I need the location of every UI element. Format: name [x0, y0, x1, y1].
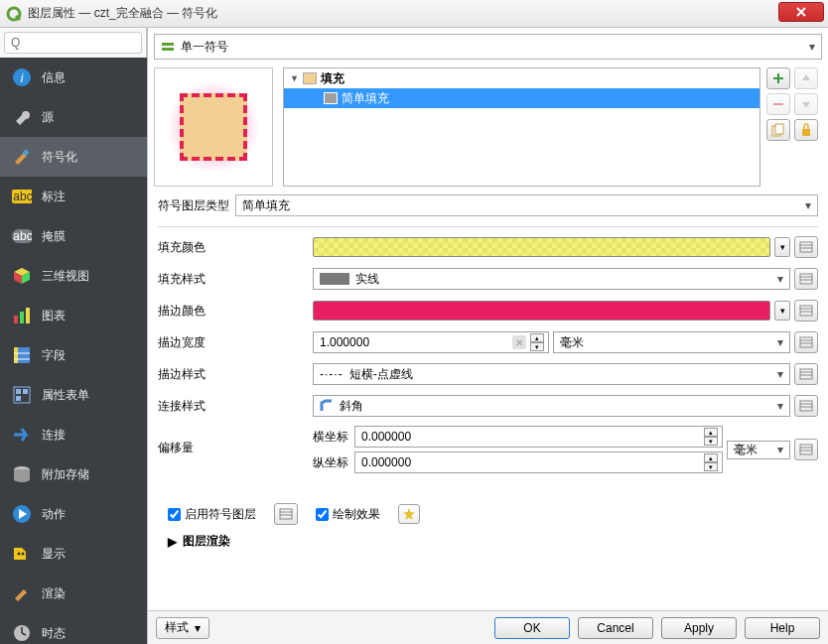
offset-y-input[interactable]: 0.000000 ▴▾ [354, 451, 723, 473]
symbol-layer-tree[interactable]: ▼ 填充 简单填充 [283, 67, 760, 187]
cube-icon [12, 266, 32, 286]
tree-expand-icon[interactable]: ▼ [290, 73, 299, 83]
sidebar-item-label: 渲染 [42, 585, 66, 602]
clear-icon[interactable]: ✕ [512, 335, 526, 349]
spin-down[interactable]: ▾ [704, 437, 718, 446]
chevron-down-icon: ▾ [777, 335, 783, 349]
sidebar-item-symbology[interactable]: 符号化 [0, 137, 147, 177]
up-icon [801, 73, 811, 83]
svg-rect-48 [800, 445, 812, 454]
spin-up[interactable]: ▴ [704, 428, 718, 437]
sidebar-item-info[interactable]: i信息 [0, 58, 147, 97]
plus-icon [772, 72, 784, 84]
sidebar-item-masks[interactable]: abc掩膜 [0, 216, 147, 256]
spin-down[interactable]: ▾ [530, 342, 544, 351]
stroke-color-swatch[interactable] [313, 301, 770, 321]
single-symbol-icon [161, 40, 175, 54]
join-icon [12, 425, 32, 445]
sidebar-item-labels[interactable]: abc标注 [0, 177, 147, 216]
dashdot-style-icon: -·-·- [320, 367, 344, 381]
enable-layer-override-button[interactable] [274, 503, 298, 525]
search-input[interactable] [4, 32, 142, 54]
chevron-down-icon: ▾ [809, 40, 815, 54]
fields-icon [12, 345, 32, 365]
svg-rect-33 [800, 274, 812, 284]
ok-button[interactable]: OK [494, 617, 570, 639]
stroke-color-dropdown[interactable]: ▾ [774, 301, 790, 321]
svg-text:abc: abc [13, 190, 32, 203]
offset-label: 偏移量 [158, 426, 307, 456]
brush-icon [12, 147, 32, 167]
offset-unit: 毫米 [734, 442, 758, 458]
sidebar-item-form[interactable]: 属性表单 [0, 375, 147, 415]
draw-effects-checkbox[interactable]: 绘制效果 [316, 506, 380, 523]
effects-button[interactable] [398, 504, 420, 524]
sidebar-item-actions[interactable]: 动作 [0, 494, 147, 534]
apply-button[interactable]: Apply [661, 617, 737, 639]
sidebar-item-label: 字段 [42, 347, 66, 364]
bottom-bar: 样式 ▾ OK Cancel Apply Help [148, 610, 828, 644]
offset-x-label: 横坐标 [313, 429, 348, 446]
duplicate-layer-button[interactable] [766, 119, 790, 141]
draw-effects-input[interactable] [316, 508, 329, 521]
fill-style-override-button[interactable] [794, 268, 818, 290]
data-override-icon [799, 336, 813, 348]
tree-child[interactable]: 简单填充 [284, 88, 759, 108]
sidebar-item-rendering[interactable]: 渲染 [0, 574, 147, 613]
close-button[interactable] [778, 2, 824, 22]
symbol-preview [154, 67, 273, 187]
spin-down[interactable]: ▾ [704, 462, 718, 471]
spin-up[interactable]: ▴ [530, 333, 544, 342]
svg-rect-26 [162, 48, 174, 51]
layer-rendering-section[interactable]: ▶ 图层渲染 [168, 533, 808, 550]
storage-icon [12, 464, 32, 484]
svg-rect-8 [14, 316, 18, 323]
sidebar-item-joins[interactable]: 连接 [0, 415, 147, 454]
fill-color-override-button[interactable] [794, 236, 818, 258]
draw-effects-label: 绘制效果 [333, 506, 380, 523]
enable-symbol-layer-input[interactable] [168, 508, 181, 521]
fill-style-combo[interactable]: 实线 ▾ [313, 268, 790, 290]
offset-unit-combo[interactable]: 毫米 ▾ [727, 441, 790, 459]
offset-y-value: 0.000000 [361, 455, 411, 469]
stroke-width-input[interactable]: 1.000000 ✕ ▴▾ [313, 331, 549, 353]
join-style-override-button[interactable] [794, 395, 818, 417]
lock-layer-button[interactable] [794, 119, 818, 141]
style-menu-button[interactable]: 样式 ▾ [156, 617, 209, 639]
add-layer-button[interactable] [766, 67, 790, 89]
fill-color-dropdown[interactable]: ▾ [774, 237, 790, 257]
layer-type-combo[interactable]: 简单填充 ▾ [235, 194, 818, 216]
star-icon [403, 508, 415, 520]
sidebar-item-aux[interactable]: 附加存储 [0, 454, 147, 494]
stroke-width-override-button[interactable] [794, 331, 818, 353]
info-icon: i [12, 67, 32, 87]
spin-up[interactable]: ▴ [704, 453, 718, 462]
enable-symbol-layer-checkbox[interactable]: 启用符号图层 [168, 506, 256, 523]
sidebar-item-temporal[interactable]: 时态 [0, 613, 147, 644]
stroke-color-override-button[interactable] [794, 300, 818, 322]
join-style-combo[interactable]: 斜角 ▾ [313, 395, 790, 417]
lock-icon [800, 123, 812, 137]
move-down-button [794, 93, 818, 115]
help-button[interactable]: Help [745, 617, 820, 639]
fill-color-swatch[interactable] [313, 237, 770, 257]
sidebar-item-3dview[interactable]: 三维视图 [0, 256, 147, 296]
svg-rect-29 [802, 129, 810, 136]
sidebar-item-diagrams[interactable]: 图表 [0, 296, 147, 335]
stroke-style-combo[interactable]: -·-·- 短横-点虚线 ▾ [313, 363, 790, 385]
stroke-width-unit-combo[interactable]: 毫米 ▾ [553, 331, 791, 353]
clock-icon [12, 623, 32, 643]
stroke-width-label: 描边宽度 [158, 334, 307, 351]
sidebar-item-fields[interactable]: 字段 [0, 335, 147, 375]
cancel-button[interactable]: Cancel [578, 617, 653, 639]
fill-style-value: 实线 [355, 271, 379, 288]
offset-x-input[interactable]: 0.000000 ▴▾ [354, 426, 723, 448]
sidebar-item-source[interactable]: 源 [0, 97, 147, 137]
offset-override-button[interactable] [794, 439, 818, 460]
svg-rect-17 [23, 389, 28, 394]
qgis-icon [6, 6, 22, 22]
tree-root[interactable]: ▼ 填充 [284, 68, 759, 88]
renderer-type-combo[interactable]: 单一符号 ▾ [154, 34, 822, 60]
stroke-style-override-button[interactable] [794, 363, 818, 385]
sidebar-item-display[interactable]: 显示 [0, 534, 147, 574]
